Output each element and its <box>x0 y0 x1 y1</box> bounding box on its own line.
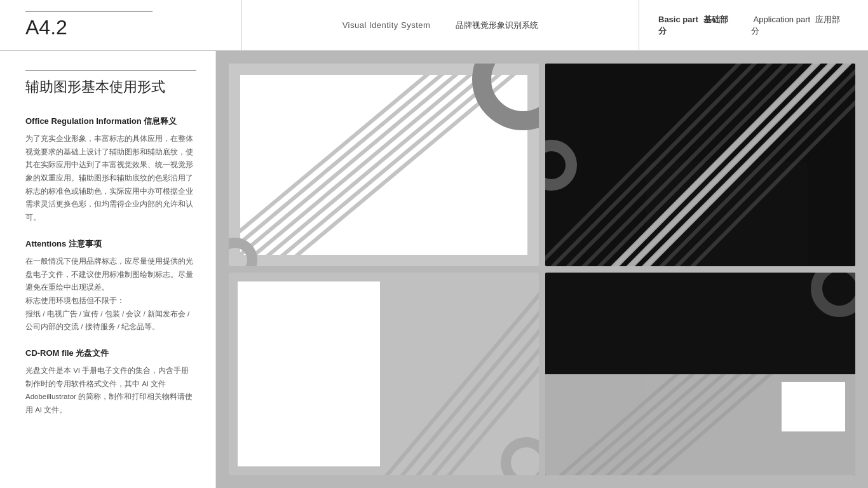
nav-basic-part[interactable]: Basic part 基础部分 <box>658 14 732 37</box>
card-3-left <box>238 281 380 466</box>
header-right: Basic part 基础部分 Application part 应用部分 <box>639 0 843 50</box>
circle-arc-card4 <box>811 273 855 317</box>
card-1 <box>229 64 539 266</box>
nav-application-part[interactable]: Application part 应用部分 <box>751 14 843 37</box>
section-attentions: Attentions 注意事项 在一般情况下使用品牌标志，应尽量使用提供的光盘电… <box>25 238 196 334</box>
card-2 <box>545 64 855 266</box>
diagonal-stripes-2 <box>545 64 855 266</box>
section-heading-1: Attentions 注意事项 <box>25 238 196 250</box>
card-3 <box>229 273 539 475</box>
page-number: A4.2 <box>25 11 153 39</box>
svg-line-5 <box>240 75 477 255</box>
section-office-regulation: Office Regulation Information 信息释义 为了充实企… <box>25 116 196 224</box>
section-body-0: 为了充实企业形象，丰富标志的具体应用，在整体视觉要求的基础上设计了辅助图形和辅助… <box>25 132 196 224</box>
main-content: 辅助图形基本使用形式 Office Regulation Information… <box>0 51 868 488</box>
section-body-2: 光盘文件是本 VI 手册电子文件的集合，内含手册制作时的专用软件格式文件，其中 … <box>25 364 196 417</box>
diagonal-stripes-3 <box>384 273 539 475</box>
header-center: Visual Identity System 品牌视觉形象识别系统 <box>241 0 639 50</box>
card-4-top <box>545 273 855 374</box>
section-heading-0: Office Regulation Information 信息释义 <box>25 116 196 127</box>
page-header: A4.2 Visual Identity System 品牌视觉形象识别系统 B… <box>0 0 868 51</box>
main-title: 辅助图形基本使用形式 <box>25 70 196 97</box>
section-cdrom: CD-ROM file 光盘文件 光盘文件是本 VI 手册电子文件的集合，内含手… <box>25 348 196 417</box>
card-4 <box>545 273 855 475</box>
section-body-1: 在一般情况下使用品牌标志，应尽量使用提供的光盘电子文件，不建议使用标准制图绘制标… <box>25 255 196 334</box>
right-panel <box>216 51 868 488</box>
card-4-bottom <box>545 374 855 476</box>
left-panel: 辅助图形基本使用形式 Office Regulation Information… <box>0 51 216 488</box>
section-heading-2: CD-ROM file 光盘文件 <box>25 348 196 359</box>
vis-title-en: Visual Identity System <box>342 20 431 30</box>
vis-title-cn: 品牌视觉形象识别系统 <box>456 20 538 31</box>
header-left: A4.2 <box>25 11 241 39</box>
card-3-right <box>384 273 539 475</box>
white-accent-card <box>782 382 845 431</box>
